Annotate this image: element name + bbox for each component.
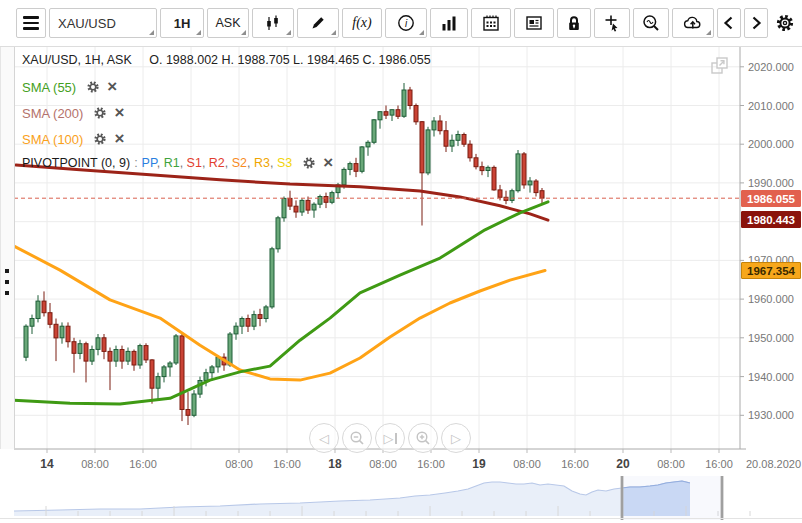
indicator-label: SMA (200): [22, 106, 83, 121]
gear-icon[interactable]: [93, 106, 107, 120]
expand-chart-button[interactable]: [706, 52, 734, 80]
price-tick-label: 1940.000: [748, 371, 794, 383]
dropdown-corner-icon: [286, 30, 291, 35]
cloud-upload-icon: [682, 13, 704, 33]
left-panel-splitter[interactable]: [0, 47, 15, 449]
calendar-button[interactable]: [471, 8, 511, 38]
time-tick-label: 16:00: [129, 458, 157, 470]
magnifier-minus-icon: [349, 430, 365, 446]
time-tick-label: 14: [40, 457, 54, 471]
price-tick-label: 1990.000: [748, 177, 794, 189]
time-tick-label: 08:00: [657, 458, 685, 470]
pivot-level-label: S3: [277, 156, 292, 170]
volume-button[interactable]: [430, 8, 468, 38]
info-icon: i: [396, 13, 416, 33]
zoom-in-button[interactable]: [408, 423, 438, 453]
time-tick-label: 18: [328, 457, 342, 471]
legend-row-pivotpoint: PIVOTPOINT (0, 9) : PP, R1, S1, R2, S2, …: [22, 154, 333, 172]
expand-icon: [709, 55, 731, 77]
chevron-left-icon: [721, 14, 737, 32]
legend-row-sma200: SMA (200) ×: [22, 104, 124, 122]
ohlc-values: O. 1988.002 H. 1988.705 L. 1984.465 C. 1…: [149, 53, 430, 67]
magnifier-plus-icon: [415, 430, 431, 446]
draw-tools-button[interactable]: [297, 8, 339, 38]
gear-icon[interactable]: [93, 132, 107, 146]
info-button[interactable]: i: [385, 8, 427, 38]
navigator: [0, 476, 802, 520]
time-tick-label: 16:00: [417, 458, 445, 470]
chart-nav-buttons: ◁ ▷ ▷: [309, 423, 471, 453]
legend-row-sma100: SMA (100) ×: [22, 130, 124, 148]
chevron-right-icon: [748, 14, 764, 32]
menu-button[interactable]: [16, 8, 46, 38]
navigator-window[interactable]: [622, 476, 722, 520]
pivot-level-label: PP: [142, 156, 157, 170]
indicator-label: SMA (100): [22, 132, 83, 147]
pivot-level-label: R2: [209, 156, 225, 170]
symbol-selector[interactable]: XAU/USD: [49, 8, 157, 38]
skip-to-end-icon: ▷: [384, 431, 394, 446]
crosshair-button[interactable]: [594, 8, 630, 38]
time-tick-label: 08:00: [81, 458, 109, 470]
svg-text:i: i: [405, 18, 408, 29]
indicators-button[interactable]: f(x): [342, 8, 382, 38]
zoom-out-button[interactable]: [342, 423, 372, 453]
pivot-label: PIVOTPOINT (0, 9): [22, 156, 130, 170]
volume-bars-icon: [439, 13, 459, 33]
price-tick-label: 1960.000: [748, 293, 794, 305]
scroll-right-button[interactable]: [744, 8, 768, 38]
pivot-separator: :: [134, 156, 137, 170]
time-tick-label: 20: [616, 457, 630, 471]
time-tick-label: 08:00: [513, 458, 541, 470]
share-button[interactable]: [672, 8, 714, 38]
settings-button[interactable]: [771, 8, 799, 38]
dropdown-corner-icon: [419, 30, 424, 35]
sma55-line: [14, 202, 548, 404]
price-type-label: ASK: [215, 16, 240, 30]
navigator-handle-left[interactable]: [621, 476, 624, 520]
timeframe-label: 1H: [174, 16, 191, 31]
chart-type-button[interactable]: [252, 8, 294, 38]
price-tick-label: 2020.000: [748, 61, 794, 73]
gear-icon[interactable]: [302, 156, 316, 170]
magnifier-icon: [641, 13, 661, 33]
lock-button[interactable]: [557, 8, 591, 38]
pivot-level-label: R3: [254, 156, 270, 170]
price-tick-label: 1930.000: [748, 409, 794, 421]
pivot-level-label: R1: [164, 156, 180, 170]
ohlc-symbol: XAU/USD, 1H, ASK: [22, 53, 132, 67]
candlestick-type-icon: [263, 13, 283, 33]
navigator-handle-right[interactable]: [721, 476, 724, 520]
axis-date-label: 20.08.2020: [746, 458, 801, 470]
time-tick-label: 16:00: [273, 458, 301, 470]
dropdown-corner-icon: [331, 30, 336, 35]
pan-right-button[interactable]: ▷: [441, 423, 471, 453]
news-button[interactable]: [514, 8, 554, 38]
timeframe-selector[interactable]: 1H: [160, 8, 204, 38]
hamburger-icon: [23, 16, 39, 29]
dropdown-corner-icon: [149, 30, 154, 35]
toolbar-divider: [0, 46, 802, 47]
lock-icon: [564, 13, 584, 33]
price-type-selector[interactable]: ASK: [207, 8, 249, 38]
time-tick-label: 19: [472, 457, 486, 471]
pencil-icon: [308, 13, 328, 33]
scroll-left-button[interactable]: [717, 8, 741, 38]
close-icon[interactable]: ×: [114, 106, 124, 120]
ohlc-legend: XAU/USD, 1H, ASK O. 1988.002 H. 1988.705…: [22, 53, 431, 67]
close-icon[interactable]: ×: [114, 132, 124, 146]
news-icon: [524, 13, 544, 33]
price-tick-label: 1950.000: [748, 332, 794, 344]
zoom-button[interactable]: [633, 8, 669, 38]
go-to-end-button[interactable]: ▷: [375, 423, 405, 453]
time-tick-label: 16:00: [705, 458, 733, 470]
pan-left-button[interactable]: ◁: [309, 423, 339, 453]
drag-handle-icon: [5, 269, 9, 295]
close-icon[interactable]: ×: [323, 156, 333, 170]
price-tick-label: 1970.000: [748, 254, 794, 266]
price-tick-label: 2000.000: [748, 138, 794, 150]
close-icon[interactable]: ×: [107, 80, 117, 94]
indicator-label: SMA (55): [22, 80, 76, 95]
trading-terminal: 2020.0002010.0002000.0001990.0001970.000…: [0, 0, 802, 523]
gear-icon[interactable]: [86, 80, 100, 94]
